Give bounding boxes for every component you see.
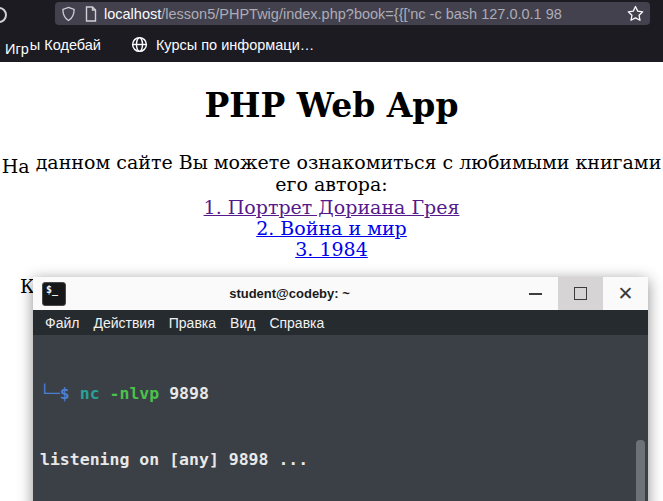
- terminal-menubar: Файл Действия Правка Вид Справка: [33, 310, 648, 335]
- menu-edit[interactable]: Правка: [162, 315, 223, 331]
- browser-chrome: localhost/lesson5/PHPTwig/index.php?book…: [0, 0, 663, 62]
- terminal-title: student@codeby: ~: [66, 286, 513, 301]
- command: nc: [80, 384, 100, 403]
- intro-text: На данном сайте Вы можете ознакомиться с…: [0, 151, 663, 195]
- terminal-command-line: └─$ nc -nlvp 9898: [40, 383, 634, 405]
- url-path: /lesson5/PHPTwig/index.php?book={{['nc -…: [161, 6, 562, 22]
- book-link-1[interactable]: 1. Портрет Дориана Грея: [0, 197, 663, 218]
- bookmark-star-icon[interactable]: [627, 5, 644, 22]
- terminal-app-icon: $_: [42, 282, 66, 306]
- reload-icon[interactable]: [0, 7, 7, 23]
- bookmark-label: Курсы по информаци…: [156, 37, 314, 53]
- screen: localhost/lesson5/PHPTwig/index.php?book…: [0, 0, 663, 501]
- intro-start: На: [2, 155, 30, 177]
- shield-icon: [61, 6, 76, 22]
- urlbar-row: localhost/lesson5/PHPTwig/index.php?book…: [0, 0, 663, 27]
- book-links: 1. Портрет Дориана Грея 2. Война и мир 3…: [0, 197, 663, 260]
- close-button[interactable]: ✕: [603, 277, 648, 310]
- terminal-scrollbar[interactable]: [636, 440, 645, 501]
- page-icon[interactable]: [84, 6, 98, 22]
- bookmark-item-courses[interactable]: Курсы по информаци…: [131, 36, 314, 53]
- globe-icon: [131, 36, 148, 53]
- maximize-button[interactable]: [558, 277, 603, 310]
- minimize-button[interactable]: [513, 277, 558, 310]
- menu-actions[interactable]: Действия: [86, 315, 161, 331]
- bookmark-label-end: ы Кодебай: [30, 37, 101, 53]
- bookmark-item-games[interactable]: Игры Кодебай: [6, 37, 101, 53]
- terminal-output[interactable]: └─$ nc -nlvp 9898 listening on [any] 989…: [33, 335, 648, 501]
- menu-help[interactable]: Справка: [262, 315, 331, 331]
- command-options: -nlvp: [110, 384, 160, 403]
- bookmarks-bar: Игры Кодебай Курсы по информаци…: [0, 27, 663, 62]
- terminal-window: $_ student@codeby: ~ ✕ Файл Действия Пра…: [33, 277, 648, 501]
- intro-rest: данном сайте Вы можете ознакомиться с лю…: [30, 151, 662, 195]
- menu-file[interactable]: Файл: [38, 315, 86, 331]
- command-argument: 9898: [169, 384, 209, 403]
- page-title: PHP Web App: [0, 86, 663, 125]
- terminal-titlebar[interactable]: $_ student@codeby: ~ ✕: [33, 277, 648, 310]
- address-bar[interactable]: localhost/lesson5/PHPTwig/index.php?book…: [55, 2, 650, 25]
- prompt: └─$: [40, 384, 70, 403]
- url-text[interactable]: localhost/lesson5/PHPTwig/index.php?book…: [104, 2, 623, 25]
- book-link-3[interactable]: 3. 1984: [0, 239, 663, 260]
- close-icon: ✕: [618, 284, 634, 303]
- bookmark-label-start: Игр: [5, 41, 29, 57]
- url-host: localhost: [104, 6, 161, 22]
- minimize-icon: [529, 293, 542, 295]
- url-fade: [589, 2, 623, 25]
- terminal-line: listening on [any] 9898 ...: [40, 449, 634, 471]
- menu-view[interactable]: Вид: [223, 315, 262, 331]
- maximize-icon: [574, 287, 587, 300]
- book-link-2[interactable]: 2. Война и мир: [0, 218, 663, 239]
